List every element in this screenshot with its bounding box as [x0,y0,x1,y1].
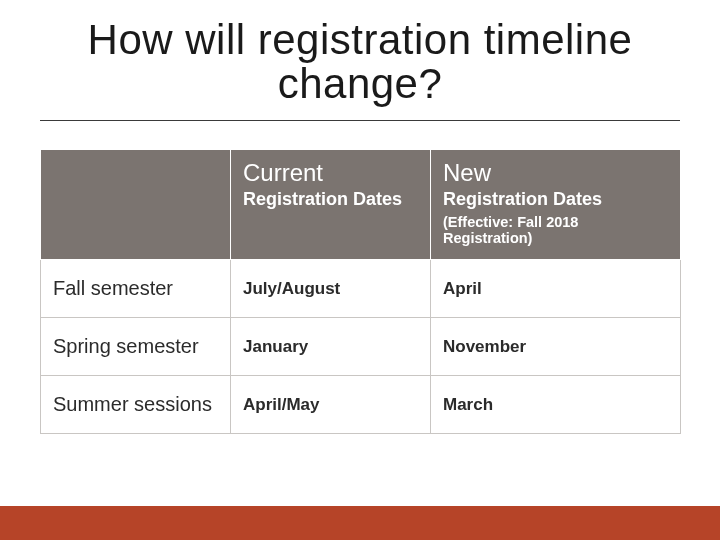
slide-title: How will registration timeline change? [40,18,680,120]
header-new-note: (Effective: Fall 2018 Registration) [443,214,668,246]
header-current-main: Current [243,160,418,186]
title-divider [40,120,680,121]
row-label: Fall semester [41,260,231,318]
table-row: Fall semester July/August April [41,260,681,318]
row-current: January [231,318,431,376]
row-new: November [431,318,681,376]
row-current: April/May [231,376,431,434]
slide: How will registration timeline change? C… [0,0,720,540]
header-new-main: New [443,160,668,186]
header-current-cell: Current Registration Dates [231,150,431,260]
table-row: Spring semester January November [41,318,681,376]
header-current-sub: Registration Dates [243,189,418,210]
footer-accent-bar [0,506,720,540]
header-new-cell: New Registration Dates (Effective: Fall … [431,150,681,260]
header-new-sub: Registration Dates [443,189,668,210]
registration-table: Current Registration Dates New Registrat… [40,149,681,434]
row-label: Summer sessions [41,376,231,434]
row-current: July/August [231,260,431,318]
table-header-row: Current Registration Dates New Registrat… [41,150,681,260]
row-new: April [431,260,681,318]
header-blank-cell [41,150,231,260]
row-new: March [431,376,681,434]
row-label: Spring semester [41,318,231,376]
table-row: Summer sessions April/May March [41,376,681,434]
